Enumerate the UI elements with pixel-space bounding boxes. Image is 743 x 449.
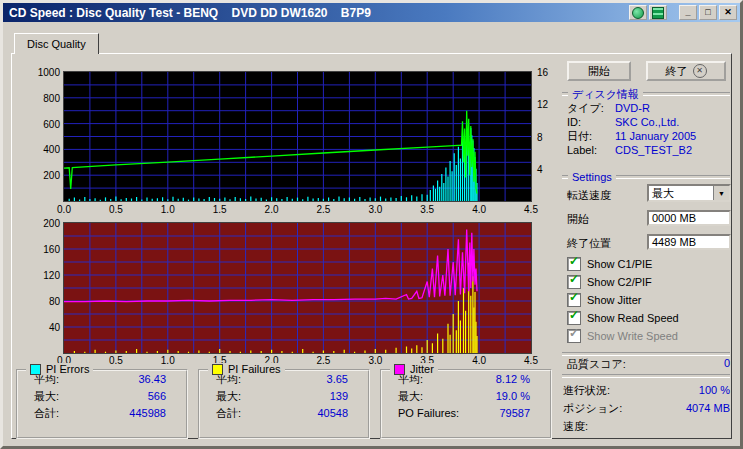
axis-tick-label: 1.0: [156, 204, 180, 215]
chevron-down-icon[interactable]: ▼: [713, 186, 729, 200]
stat-label: 最大:: [34, 388, 59, 405]
axis-tick-label: 400: [43, 144, 60, 155]
stat-label: 最大:: [216, 388, 241, 405]
titlebar-buttons: _ □ ✕: [629, 5, 737, 20]
disc-icon-button[interactable]: [629, 5, 647, 20]
disc-info-heading-label: ディスク情報: [572, 87, 639, 102]
checkbox-box: ✓: [567, 311, 581, 325]
axis-tick-label: 200: [43, 170, 60, 181]
start-position-field[interactable]: 0000 MB: [647, 210, 731, 226]
checkbox-show-jitter[interactable]: ✓Show Jitter: [567, 292, 679, 308]
checkbox-box: ✓: [567, 329, 581, 343]
stat-title: Jitter: [410, 363, 434, 375]
stat-title: PI Errors: [46, 363, 89, 375]
checkbox-list: ✓Show C1/PIE✓Show C2/PIF✓Show Jitter✓Sho…: [567, 256, 679, 344]
exit-button[interactable]: 終了✕: [646, 61, 726, 81]
minimize-button[interactable]: _: [679, 5, 697, 20]
disc-info-row: タイプ:DVD-R: [567, 102, 730, 116]
axis-tick-label: 8: [537, 132, 543, 143]
disc-info-label: Label:: [567, 144, 615, 158]
stat-value: 40548: [317, 405, 348, 422]
checkbox-show-c2-pif[interactable]: ✓Show C2/PIF: [567, 274, 679, 290]
legend-swatch: [212, 364, 223, 375]
checkbox-label: Show C2/PIF: [587, 276, 652, 288]
checkbox-show-read-speed[interactable]: ✓Show Read Speed: [567, 310, 679, 326]
stat-label: 合計:: [34, 405, 59, 422]
disc-info-row: ID:SKC Co.,Ltd.: [567, 116, 730, 130]
axis-tick-label: 16: [537, 67, 548, 78]
disc-info: タイプ:DVD-RID:SKC Co.,Ltd.日付:11 January 20…: [567, 102, 730, 158]
axis-tick-label: 0.0: [52, 204, 76, 215]
quality-score-label: 品質スコア:: [567, 357, 626, 372]
disc-info-label: 日付:: [567, 130, 615, 144]
settings-heading: Settings: [562, 171, 730, 183]
disc-info-heading: ディスク情報: [562, 88, 730, 100]
quality-score-value: 0: [724, 357, 730, 372]
stat-label: PO Failures:: [398, 405, 459, 422]
axis-tick-label: 4.5: [519, 355, 543, 366]
disc-info-value: DVD-R: [615, 102, 650, 116]
progress-value: 4074 MB: [686, 401, 730, 419]
axis-tick-label: 200: [43, 218, 60, 229]
end-position-label: 終了位置: [567, 236, 611, 250]
axis-tick-label: 2.5: [311, 204, 335, 215]
checkbox-label: Show Write Speed: [587, 330, 678, 342]
stat-legend: PI Errors: [26, 363, 93, 375]
tab-label: Disc Quality: [27, 38, 86, 50]
axis-tick-label: 2.0: [260, 204, 284, 215]
disc-info-value: SKC Co.,Ltd.: [615, 116, 679, 130]
stat-box-pi-errors: PI Errors平均:36.43最大:566合計:445988: [16, 369, 188, 439]
start-button[interactable]: 開始: [567, 61, 631, 81]
legend-swatch: [394, 364, 405, 375]
progress-section: 進行状況:100 %ポジション:4074 MB速度:: [563, 383, 730, 437]
bottom-chart: [63, 222, 532, 354]
checkbox-label: Show C1/PIE: [587, 258, 652, 270]
stat-row: 合計:445988: [34, 405, 166, 422]
maximize-button[interactable]: □: [699, 5, 717, 20]
axis-tick-label: 800: [43, 93, 60, 104]
check-icon: ✓: [569, 308, 579, 322]
chart-icon-button[interactable]: [649, 5, 667, 20]
close-button[interactable]: ✕: [719, 5, 737, 20]
progress-value: 100 %: [699, 383, 730, 401]
check-icon: ✓: [569, 326, 579, 340]
cancel-icon: ✕: [693, 64, 707, 78]
axis-tick-label: 120: [43, 270, 60, 281]
bottom-chart-y-axis-left: 2001601208040: [26, 223, 60, 353]
axis-tick-label: 160: [43, 244, 60, 255]
axis-tick-label: 0.5: [104, 355, 128, 366]
stats-row: PI Errors平均:36.43最大:566合計:445988PI Failu…: [16, 369, 552, 439]
progress-label: 進行状況:: [563, 383, 610, 401]
axis-tick-label: 4.5: [519, 204, 543, 215]
checkbox-show-c1-pie[interactable]: ✓Show C1/PIE: [567, 256, 679, 272]
axis-tick-label: 1.0: [156, 355, 180, 366]
divider: [562, 175, 568, 179]
divider: [562, 374, 730, 378]
top-chart-x-axis: 0.00.51.01.52.02.53.03.54.04.5: [64, 204, 532, 216]
stat-value: 19.0 %: [496, 388, 530, 405]
stat-value: 445988: [129, 405, 166, 422]
bottom-chart-x-axis: 0.00.51.01.52.02.53.03.54.04.5: [64, 355, 532, 367]
axis-tick-label: 600: [43, 119, 60, 130]
start-position-label: 開始: [567, 212, 589, 226]
divider: [616, 175, 730, 179]
axis-tick-label: 0.5: [104, 204, 128, 215]
end-position-field[interactable]: 4489 MB: [647, 234, 731, 250]
top-chart: [63, 71, 532, 202]
title-bar[interactable]: CD Speed : Disc Quality Test - BENQ DVD …: [3, 3, 740, 22]
checkbox-box: ✓: [567, 257, 581, 271]
close-icon: ✕: [724, 8, 732, 17]
axis-tick-label: 1000: [38, 67, 60, 78]
progress-row-: 速度:: [563, 419, 730, 437]
app-window: CD Speed : Disc Quality Test - BENQ DVD …: [0, 0, 743, 449]
stat-box-jitter: Jitter平均:8.12 %最大:19.0 %PO Failures:7958…: [380, 369, 552, 439]
minimize-icon: _: [685, 8, 690, 17]
tab-pane: 1000800600400200 161284 0.00.51.01.52.02…: [11, 53, 732, 439]
transfer-speed-select[interactable]: 最大 ▼: [647, 184, 731, 202]
axis-tick-label: 3.0: [363, 204, 387, 215]
disc-icon: [632, 7, 644, 19]
disc-info-row: Label:CDS_TEST_B2: [567, 144, 730, 158]
stat-legend: PI Failures: [208, 363, 285, 375]
tab-disc-quality[interactable]: Disc Quality: [14, 33, 99, 54]
stat-value: 566: [148, 388, 166, 405]
